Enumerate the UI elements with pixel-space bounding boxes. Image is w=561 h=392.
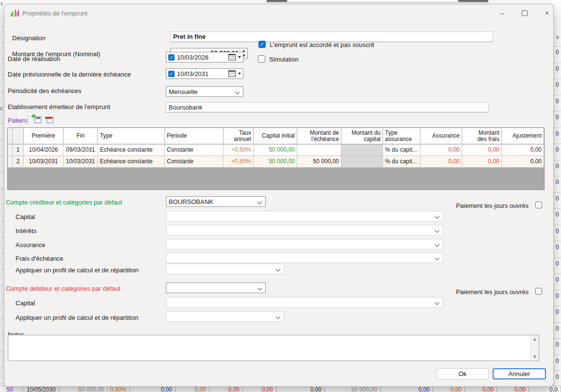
minimize-button[interactable]: –	[494, 6, 511, 20]
scroll-up-icon[interactable]: ▲	[533, 335, 536, 343]
maximize-button[interactable]	[516, 6, 533, 20]
date-realisation-checkbox[interactable]: ✓	[168, 54, 175, 61]
debtor-capital-combobox[interactable]	[166, 297, 443, 308]
paliers-cell[interactable]: 2	[13, 156, 24, 168]
paliers-column-header[interactable]	[8, 128, 13, 144]
paliers-cell[interactable]: Echéance constante	[98, 156, 165, 168]
debtor-profile-combobox[interactable]	[166, 311, 284, 322]
paliers-table[interactable]: PremièreFinTypePériodeTaux annuelCapital…	[7, 127, 545, 190]
dialog-titlebar[interactable]: Propriétés de l'emprunt – ×	[4, 4, 553, 22]
paliers-column-header[interactable]: Période	[165, 128, 224, 144]
paliers-cell[interactable]: 10/04/2026	[24, 144, 64, 156]
accorde-label: L'emprunt est accordé et pas souscrit	[270, 41, 374, 48]
background-fragment	[0, 318, 4, 319]
paliers-cell[interactable]: 0,00	[462, 156, 502, 168]
paliers-column-header[interactable]: Assurance	[420, 128, 462, 144]
creditor-profile-combobox[interactable]	[166, 264, 284, 274]
paliers-cell[interactable]: 0,00	[502, 144, 544, 156]
background-fragment: 0	[556, 325, 559, 332]
paliers-cell[interactable]: 10/03/2031	[64, 156, 98, 168]
creditor-assurance-combobox[interactable]	[166, 239, 443, 250]
paliers-cell[interactable]	[297, 144, 341, 156]
date-derniere-checkbox[interactable]: ✓	[168, 71, 175, 77]
paliers-column-header[interactable]: Type assurance	[383, 128, 420, 144]
paliers-row[interactable]: 210/03/203110/03/2031Echéance constanteC…	[8, 156, 544, 168]
paliers-cell[interactable]: 0,00	[420, 156, 462, 168]
scroll-down-icon[interactable]: ▼	[533, 353, 536, 361]
paliers-cell[interactable]: 1	[13, 144, 24, 156]
background-fragment	[0, 269, 4, 270]
accorde-checkbox[interactable]: ✓	[258, 41, 266, 48]
creditor-capital-combobox[interactable]	[166, 211, 443, 221]
background-table-cell: 0,0	[529, 386, 561, 392]
simulation-checkbox[interactable]	[258, 55, 265, 63]
paliers-cell[interactable]: Echéance constante	[98, 144, 165, 156]
background-fragment: 0	[556, 244, 559, 251]
paliers-cell[interactable]: Constante	[165, 156, 224, 168]
paliers-cell[interactable]: 50 000,00	[254, 156, 297, 168]
creditor-frais-combobox[interactable]	[166, 252, 443, 263]
paliers-cell[interactable]: 09/03/2031	[64, 144, 98, 156]
background-fragment	[0, 188, 4, 189]
cancel-button[interactable]: Annuler	[493, 368, 546, 379]
paliers-cell[interactable]: % du capit...	[383, 156, 420, 168]
creditor-interets-combobox[interactable]	[166, 225, 443, 235]
background-fragment	[553, 338, 561, 339]
paiement-ouvres-label-2: Paiement les jours ouvrés	[412, 288, 529, 296]
paliers-cell[interactable]: 10/03/2031	[24, 156, 64, 168]
paliers-cell[interactable]: 50 000,00	[254, 144, 297, 156]
background-fragment	[0, 286, 4, 286]
periodicite-combobox[interactable]: Mensuelle	[166, 86, 243, 97]
background-fragment: a	[556, 34, 559, 40]
background-table-cell: 50	[0, 386, 23, 392]
creditor-account-combobox[interactable]: BOURSOBANK	[166, 196, 266, 207]
background-table-cell: 0,00	[130, 386, 176, 392]
date-derniere-picker[interactable]: ✓ 10/03/2031	[166, 68, 243, 79]
resize-grip[interactable]	[557, 388, 558, 389]
paliers-cell[interactable]: % du capit...	[383, 144, 420, 156]
paliers-column-header[interactable]: Montant du capital	[341, 128, 383, 144]
paiement-ouvres-checkbox[interactable]	[535, 202, 542, 208]
paliers-cell[interactable]: 0,00	[420, 144, 462, 156]
close-button[interactable]: ×	[538, 6, 556, 20]
paliers-cell[interactable]: Constante	[165, 144, 224, 156]
paliers-cell[interactable]: +0,50%	[224, 156, 254, 168]
paliers-cell[interactable]: +0,50%	[224, 144, 254, 156]
notes-textarea[interactable]: ▲▼	[8, 335, 539, 361]
paliers-cell[interactable]: 0,00	[462, 144, 502, 156]
notes-scrollbar[interactable]: ▲▼	[530, 335, 539, 361]
background-fragment	[553, 176, 561, 176]
paliers-cell[interactable]: 0,00	[502, 156, 544, 168]
date-realisation-picker[interactable]: ✓ 10/03/2026	[166, 52, 243, 63]
paliers-column-header[interactable]	[13, 128, 24, 144]
paliers-cell[interactable]: 50 000,00	[297, 156, 341, 168]
paliers-column-header[interactable]: Type	[98, 128, 165, 144]
paliers-column-header[interactable]: Ajustement	[502, 128, 544, 144]
background-fragment: 0	[556, 179, 559, 186]
paliers-cell[interactable]	[8, 156, 13, 168]
background-fragment: 0	[556, 49, 559, 56]
date-derniere-value: 10/03/2031	[177, 70, 226, 78]
paliers-column-header[interactable]: Première	[24, 128, 64, 144]
background-fragment	[0, 221, 4, 221]
paliers-cell[interactable]	[8, 144, 13, 156]
add-row-icon[interactable]	[32, 115, 41, 123]
background-table-cell: 0,00	[176, 386, 209, 392]
paliers-cell[interactable]	[341, 144, 383, 156]
background-fragment	[553, 160, 561, 160]
debtor-account-combobox[interactable]	[166, 282, 266, 293]
paliers-column-header[interactable]: Montant de l'échéance	[297, 128, 341, 144]
paliers-column-header[interactable]: Capital initial	[254, 128, 297, 144]
designation-input[interactable]: Pret in fine	[170, 31, 493, 42]
etablissement-input[interactable]: Boursobank	[166, 102, 489, 112]
chevron-down-icon	[435, 228, 440, 233]
paliers-column-header[interactable]: Taux annuel	[224, 128, 254, 144]
delete-row-icon[interactable]	[44, 115, 53, 123]
chevron-down-icon	[435, 256, 440, 261]
paliers-row[interactable]: 110/04/202609/03/2031Echéance constanteC…	[8, 144, 544, 156]
paliers-column-header[interactable]: Fin	[64, 128, 98, 144]
paliers-column-header[interactable]: Montant des frais	[462, 128, 502, 144]
paiement-ouvres-checkbox-2[interactable]	[535, 288, 542, 295]
paliers-cell[interactable]	[341, 156, 383, 168]
ok-button[interactable]: Ok	[436, 368, 489, 379]
